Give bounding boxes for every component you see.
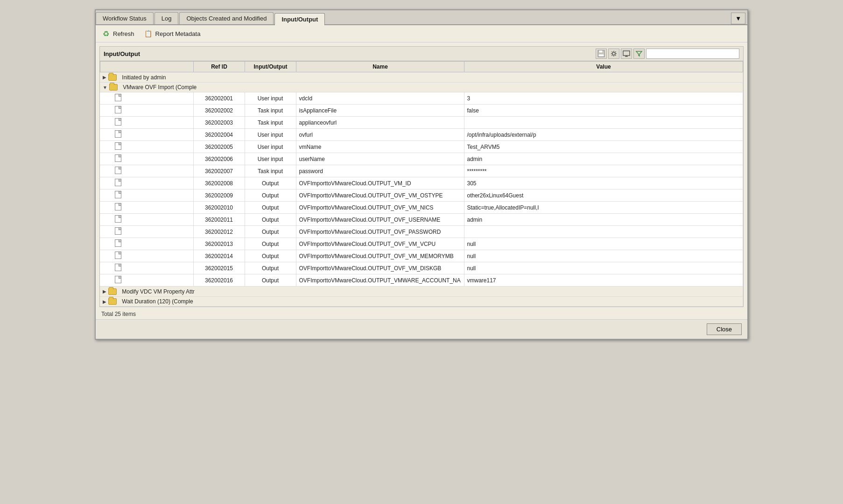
table-row[interactable]: 362002003 Task input applianceovfurl bbox=[100, 117, 743, 129]
svg-rect-2 bbox=[598, 54, 604, 56]
table-header: Ref ID Input/Output Name Value bbox=[100, 61, 743, 72]
document-icon bbox=[115, 276, 121, 283]
group-expander[interactable]: ▼ VMware OVF Import (Comple bbox=[103, 84, 197, 91]
group-row[interactable]: ▶ Modify VDC VM Property Attr bbox=[100, 287, 743, 297]
report-metadata-label: Report Metadata bbox=[155, 30, 201, 37]
row-name: password bbox=[296, 165, 464, 177]
row-value: other26xLinux64Guest bbox=[464, 189, 743, 202]
row-io-type: User input bbox=[245, 141, 296, 153]
row-icon-cell bbox=[100, 177, 193, 189]
row-name: OVFImporttoVMwareCloud.OUTPUT_OVF_VM_NIC… bbox=[296, 202, 464, 214]
row-io-type: Output bbox=[245, 214, 296, 226]
row-icon-cell bbox=[100, 92, 193, 105]
tab-dropdown-btn[interactable]: ▼ bbox=[731, 13, 745, 24]
table-row[interactable]: 362002004 User input ovfurl /opt/infra/u… bbox=[100, 129, 743, 141]
group-row[interactable]: ▶ Initiated by admin bbox=[100, 72, 743, 82]
group-row[interactable]: ▼ VMware OVF Import (Comple bbox=[100, 82, 743, 92]
report-icon: 📋 bbox=[144, 29, 153, 38]
panel-settings-btn[interactable] bbox=[608, 49, 619, 59]
table-row[interactable]: 362002008 Output OVFImporttoVMwareCloud.… bbox=[100, 177, 743, 189]
document-icon bbox=[115, 142, 121, 150]
folder-icon bbox=[109, 84, 118, 91]
row-value: 305 bbox=[464, 177, 743, 189]
table-row[interactable]: 362002009 Output OVFImporttoVMwareCloud.… bbox=[100, 189, 743, 202]
row-io-type: Output bbox=[245, 189, 296, 202]
table-scroll-area[interactable]: ▶ Initiated by admin ▼ VMware OVF Import… bbox=[100, 72, 743, 307]
row-name: OVFImporttoVMwareCloud.OUTPUT_OVF_VM_MEM… bbox=[296, 250, 464, 262]
group-expander[interactable]: ▶ Wait Duration (120) (Comple bbox=[103, 298, 193, 305]
col-header-name bbox=[100, 62, 194, 72]
row-value: 3 bbox=[464, 92, 743, 105]
table-row[interactable]: 362002006 User input userName admin bbox=[100, 153, 743, 165]
row-refid: 362002003 bbox=[193, 117, 245, 129]
document-icon bbox=[115, 130, 121, 138]
table-row[interactable]: 362002007 Task input password ********* bbox=[100, 165, 743, 177]
report-metadata-button[interactable]: 📋 Report Metadata bbox=[144, 29, 201, 38]
row-icon-cell bbox=[100, 226, 193, 238]
tab-workflow-status[interactable]: Workflow Status bbox=[96, 12, 154, 24]
row-io-type: Task input bbox=[245, 165, 296, 177]
close-button-label: Close bbox=[717, 326, 732, 333]
table-row[interactable]: 362002012 Output OVFImporttoVMwareCloud.… bbox=[100, 226, 743, 238]
refresh-button[interactable]: ♻ Refresh bbox=[101, 29, 134, 38]
row-value: Test_ARVM5 bbox=[464, 141, 743, 153]
panel-title: Input/Output bbox=[104, 50, 140, 57]
row-icon-cell bbox=[100, 274, 193, 287]
row-icon-cell bbox=[100, 189, 193, 202]
refresh-label: Refresh bbox=[113, 30, 134, 37]
row-io-type: Output bbox=[245, 250, 296, 262]
table-row[interactable]: 362002005 User input vmName Test_ARVM5 bbox=[100, 141, 743, 153]
row-io-type: User input bbox=[245, 129, 296, 141]
folder-icon bbox=[108, 298, 117, 305]
row-value: false bbox=[464, 105, 743, 117]
row-io-type: Output bbox=[245, 262, 296, 274]
tab-objects-created[interactable]: Objects Created and Modified bbox=[179, 12, 274, 24]
arrow-down-icon: ▼ bbox=[103, 85, 107, 90]
folder-icon bbox=[108, 74, 117, 81]
panel-filter-btn[interactable] bbox=[633, 49, 645, 59]
arrow-right-icon: ▶ bbox=[103, 299, 106, 304]
group-cell: ▶ Initiated by admin bbox=[100, 72, 743, 82]
document-icon bbox=[115, 106, 121, 113]
table-row[interactable]: 362002002 Task input isApplianceFile fal… bbox=[100, 105, 743, 117]
svg-rect-4 bbox=[623, 51, 630, 56]
row-icon-cell bbox=[100, 153, 193, 165]
document-icon bbox=[115, 239, 121, 247]
row-refid: 362002002 bbox=[193, 105, 245, 117]
arrow-right-icon: ▶ bbox=[103, 75, 106, 80]
table-row[interactable]: 362002011 Output OVFImporttoVMwareCloud.… bbox=[100, 214, 743, 226]
row-io-type: Output bbox=[245, 202, 296, 214]
close-button[interactable]: Close bbox=[707, 323, 742, 335]
bottom-bar: Close bbox=[96, 319, 747, 339]
panel-save-btn[interactable] bbox=[596, 49, 607, 59]
group-expander[interactable]: ▶ Initiated by admin bbox=[103, 74, 166, 81]
row-refid: 362002016 bbox=[193, 274, 245, 287]
table-row[interactable]: 362002015 Output OVFImporttoVMwareCloud.… bbox=[100, 262, 743, 274]
table-row[interactable]: 362002016 Output OVFImporttoVMwareCloud.… bbox=[100, 274, 743, 287]
main-window: Workflow Status Log Objects Created and … bbox=[95, 9, 748, 340]
data-table: ▶ Initiated by admin ▼ VMware OVF Import… bbox=[100, 72, 743, 307]
table-row[interactable]: 362002010 Output OVFImporttoVMwareCloud.… bbox=[100, 202, 743, 214]
arrow-right-icon: ▶ bbox=[103, 289, 106, 294]
row-refid: 362002013 bbox=[193, 238, 245, 250]
document-icon bbox=[115, 167, 121, 174]
document-icon bbox=[115, 179, 121, 186]
group-row[interactable]: ▶ Wait Duration (120) (Comple bbox=[100, 296, 743, 307]
tab-log-label: Log bbox=[162, 15, 172, 22]
panel-view-btn[interactable] bbox=[621, 49, 632, 59]
table-row[interactable]: 362002001 User input vdcId 3 bbox=[100, 92, 743, 105]
table-row[interactable]: 362002013 Output OVFImporttoVMwareCloud.… bbox=[100, 238, 743, 250]
tab-input-output[interactable]: Input/Output bbox=[274, 13, 325, 25]
group-expander[interactable]: ▶ Modify VDC VM Property Attr bbox=[103, 288, 195, 295]
row-refid: 362002006 bbox=[193, 153, 245, 165]
table-row[interactable]: 362002014 Output OVFImporttoVMwareCloud.… bbox=[100, 250, 743, 262]
tab-input-output-label: Input/Output bbox=[281, 16, 318, 23]
search-input[interactable] bbox=[646, 49, 739, 59]
row-icon-cell bbox=[100, 202, 193, 214]
group-cell: ▶ Modify VDC VM Property Attr bbox=[100, 287, 743, 297]
row-value: /opt/infra/uploads/external/p bbox=[464, 129, 743, 141]
tab-log[interactable]: Log bbox=[155, 12, 179, 24]
row-refid: 362002014 bbox=[193, 250, 245, 262]
row-icon-cell bbox=[100, 165, 193, 177]
gear-icon bbox=[610, 50, 618, 57]
